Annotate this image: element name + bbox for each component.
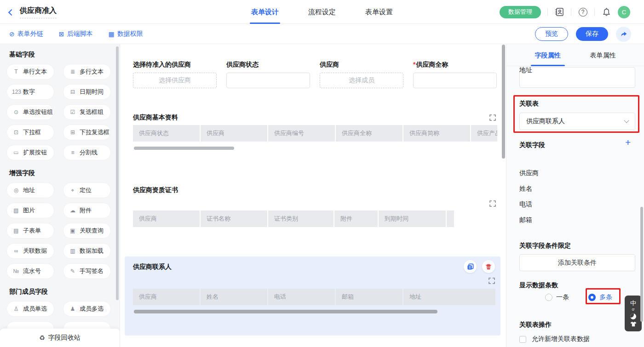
field-label: 供应商: [320, 61, 403, 68]
user-avatar[interactable]: C: [618, 6, 630, 18]
tab-form-properties[interactable]: 表单属性: [590, 44, 616, 66]
save-button[interactable]: 保存: [576, 27, 608, 41]
field-type-icon: ◎: [12, 187, 20, 193]
notification-bell-icon[interactable]: [601, 7, 611, 17]
shirt-skin-icon[interactable]: [630, 321, 637, 327]
field-type-button[interactable]: ▣ 关联查询: [63, 223, 111, 239]
sidebar-scrollbar[interactable]: [116, 46, 119, 300]
field-type-button[interactable]: ⊡ 下拉框: [6, 125, 54, 140]
related-field-item[interactable]: 邮箱: [519, 216, 532, 224]
field-type-button[interactable]: ∞ 关联数据: [6, 243, 54, 259]
field-type-button[interactable]: ≣ 多行文本: [63, 64, 111, 80]
field-select-supplier[interactable]: 选择待准入的供应商 选择供应商: [133, 61, 217, 88]
field-type-button[interactable]: ≡ 分割线: [63, 145, 111, 160]
trash-icon: [485, 263, 492, 270]
subtable-contacts-card-selected[interactable]: 供应商联系人: [125, 256, 500, 336]
tab-field-properties[interactable]: 字段属性: [535, 44, 561, 66]
field-type-button[interactable]: ⌖ 定位: [63, 182, 111, 198]
field-type-button[interactable]: T 单行文本: [6, 64, 54, 80]
panel-scrollbar[interactable]: [640, 207, 643, 322]
ime-status-icon[interactable]: ơ: [632, 307, 635, 312]
field-supplier[interactable]: 供应商 选择成员: [320, 61, 403, 88]
field-type-button[interactable]: ▥ 数据加载: [63, 243, 111, 259]
radio-single[interactable]: 一条: [545, 293, 569, 301]
field-type-button[interactable]: ♟ 成员多选: [63, 301, 111, 317]
data-permission-link[interactable]: ▦ 数据权限: [108, 30, 143, 38]
subtable-basic-info-hscrollbar[interactable]: [134, 147, 234, 150]
form-toolbar: ⊘ 表单外链 ⊠ 后端脚本 ▦ 数据权限 预览 保存: [0, 24, 644, 44]
field-type-button[interactable]: ☑ 复选框组: [63, 104, 111, 120]
preview-button[interactable]: 预览: [535, 27, 568, 41]
add-condition-button[interactable]: 添加关联条件: [519, 254, 635, 271]
canvas-scrollbar[interactable]: [502, 45, 505, 159]
field-recycle-bin[interactable]: ♻ 字段回收站: [0, 329, 120, 347]
field-type-label: 单行文本: [23, 68, 47, 76]
field-title-input[interactable]: [519, 67, 635, 88]
field-type-icon: 123: [12, 89, 20, 95]
delete-button[interactable]: [482, 260, 495, 273]
field-type-button[interactable]: ▤ 子表单: [6, 223, 54, 239]
form-external-link[interactable]: ⊘ 表单外链: [9, 30, 43, 38]
ime-floating-bar[interactable]: 中 ơ: [625, 296, 642, 331]
expand-icon[interactable]: [489, 278, 495, 284]
field-type-label: 手写签名: [80, 267, 104, 275]
related-table-value: 供应商联系人: [526, 117, 565, 125]
supplier-fullname-input[interactable]: [413, 73, 497, 88]
related-field-item[interactable]: 供应商: [519, 169, 539, 177]
tab-flow-setting[interactable]: 流程设定: [308, 0, 336, 24]
field-type-icon: ⊡: [12, 129, 20, 136]
field-supplier-status[interactable]: 供应商状态: [226, 61, 310, 88]
supplier-status-input[interactable]: [226, 73, 310, 88]
add-field-icon[interactable]: +: [625, 138, 631, 147]
field-type-button[interactable]: ☁ 附件: [63, 203, 111, 218]
radio-icon: [545, 294, 552, 301]
related-table-select[interactable]: 供应商联系人: [519, 113, 635, 130]
field-label: 选择待准入的供应商: [133, 61, 217, 68]
field-type-icon: ☁: [69, 207, 77, 214]
top-bar: 供应商准入 表单设计 流程设定 表单设置 数据管理 ?: [0, 0, 644, 24]
field-type-button[interactable]: № 流水号: [6, 263, 54, 279]
field-type-label: 附件: [80, 206, 92, 215]
field-type-icon: ▣: [69, 228, 77, 234]
field-type-button[interactable]: ⊞ 下拉复选框: [63, 125, 111, 140]
link-icon: ⊘: [9, 30, 15, 38]
field-type-icon: ⊟: [69, 89, 77, 95]
allow-add-related-row[interactable]: 允许新增关联表数据: [519, 335, 590, 343]
field-type-button[interactable]: ▧ 图片: [6, 203, 54, 218]
field-type-label: 复选框组: [80, 108, 104, 116]
data-manage-button[interactable]: 数据管理: [500, 6, 541, 18]
properties-panel: 字段属性 表单属性 关联表 供应商联系人 关联字段 + 供应商 姓名 电话 邮箱…: [506, 44, 644, 347]
field-type-button[interactable]: ▭ 扩展按钮: [6, 145, 54, 160]
backend-script-link[interactable]: ⊠ 后端脚本: [59, 30, 93, 38]
related-field-item[interactable]: 电话: [519, 200, 532, 209]
member-picker-input[interactable]: 选择成员: [320, 73, 403, 88]
field-type-button[interactable]: ◎ 地址: [6, 182, 54, 198]
field-type-icon: ⊙: [12, 109, 20, 115]
moon-icon[interactable]: [630, 313, 636, 319]
field-type-button[interactable]: ⊟ 日期时间: [63, 84, 111, 100]
radio-multiple[interactable]: 多条: [588, 293, 612, 301]
field-type-button[interactable]: ✎ 手写签名: [63, 263, 111, 279]
subtable-title-contacts: 供应商联系人: [133, 263, 172, 271]
ime-language-mode[interactable]: 中: [630, 300, 636, 307]
tab-form-design[interactable]: 表单设计: [251, 0, 279, 24]
field-type-button[interactable]: ♙ 成员单选: [6, 301, 54, 317]
field-type-button[interactable]: 123 数字: [6, 84, 54, 100]
tab-form-setting[interactable]: 表单设置: [365, 0, 393, 24]
subtable-column-header: 供应商: [133, 289, 200, 305]
expand-icon[interactable]: [489, 114, 496, 121]
supplier-picker-input[interactable]: 选择供应商: [133, 73, 217, 88]
duplicate-button[interactable]: [464, 260, 477, 273]
field-supplier-fullname[interactable]: *供应商全称: [413, 61, 497, 88]
expand-icon[interactable]: [489, 200, 496, 207]
back-icon[interactable]: [8, 9, 15, 15]
related-field-item[interactable]: 地址: [519, 66, 532, 74]
field-type-button[interactable]: ⊙ 单选按钮组: [6, 104, 54, 120]
related-field-item[interactable]: 姓名: [519, 185, 532, 193]
subtable-contacts-hscrollbar[interactable]: [134, 310, 437, 313]
subtable-column-header: 附件: [334, 210, 378, 227]
share-button[interactable]: [616, 27, 631, 42]
contacts-icon[interactable]: [554, 7, 564, 17]
help-icon[interactable]: ?: [578, 7, 588, 17]
field-type-label: 成员多选: [80, 305, 104, 313]
